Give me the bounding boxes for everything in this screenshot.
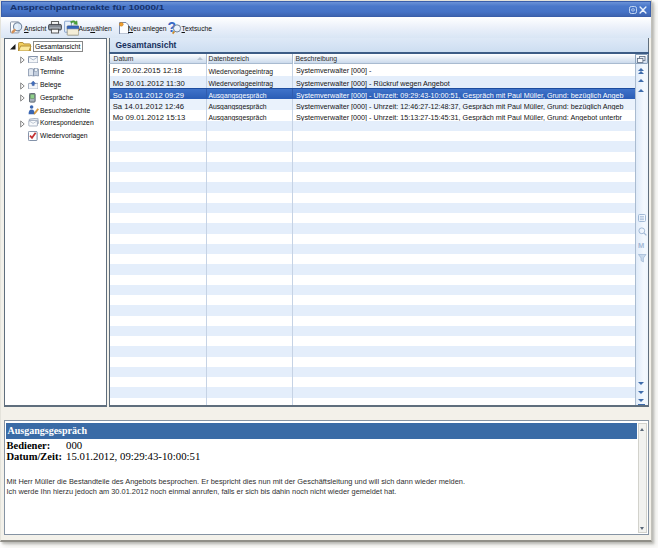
svg-text:M: M xyxy=(638,241,644,250)
